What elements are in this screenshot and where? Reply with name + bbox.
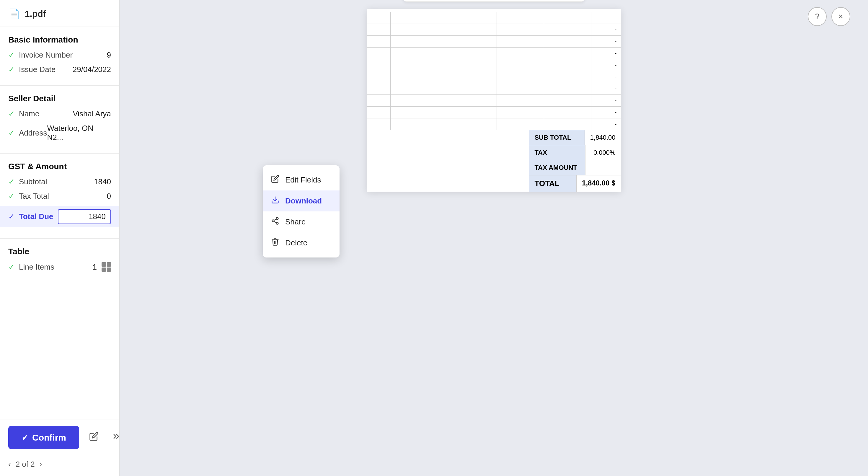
total-due-label: Total Due <box>19 212 54 221</box>
seller-name-check-icon: ✓ <box>8 109 15 118</box>
line-items-row: ✓ Line Items 1 <box>8 262 111 272</box>
left-panel: 📄 1.pdf Basic Information ✓ Invoice Numb… <box>0 0 120 476</box>
right-panel: – + 94% 1 / 1 - <box>120 0 868 476</box>
seller-address-label: Address <box>19 128 47 138</box>
subtotal-row: ✓ Subtotal 1840 <box>8 177 111 186</box>
tax-amount-value: - <box>585 160 621 175</box>
totals-area: SUB TOTAL 1,840.00 TAX 0.000% TAX AMOUNT… <box>367 130 621 191</box>
issue-date-check-icon: ✓ <box>8 65 15 74</box>
menu-item-edit-fields[interactable]: Edit Fields <box>263 170 340 190</box>
share-label: Share <box>285 217 306 227</box>
pdf-page: - - - <box>367 9 621 191</box>
menu-item-share[interactable]: Share <box>263 211 340 232</box>
subtotal-label: Subtotal <box>19 177 47 186</box>
next-page-icon[interactable]: › <box>39 460 42 469</box>
issue-date-label: Issue Date <box>19 65 56 74</box>
tax-total-label: Tax Total <box>19 191 49 201</box>
pdf-document: - - - <box>367 9 621 191</box>
total-row: TOTAL 1,840.00 $ <box>529 175 621 191</box>
total-value: 1,840.00 $ <box>577 175 621 191</box>
table-row: - <box>367 36 621 48</box>
table-section: Table ✓ Line Items 1 <box>0 239 119 283</box>
svg-line-11 <box>274 221 276 223</box>
sub-total-label: SUB TOTAL <box>529 130 585 145</box>
pagination: ‹ 2 of 2 › <box>0 455 119 476</box>
delete-label: Delete <box>285 238 307 247</box>
gst-amount-section: GST & Amount ✓ Subtotal 1840 ✓ Tax Total… <box>0 153 119 239</box>
file-title: 1.pdf <box>25 9 46 19</box>
tax-amount-row: TAX AMOUNT - <box>529 160 621 175</box>
download-label: Download <box>285 196 322 206</box>
sub-total-row: SUB TOTAL 1,840.00 <box>529 130 621 145</box>
close-button[interactable]: × <box>831 7 850 26</box>
table-row: - <box>367 24 621 36</box>
edit-fields-label: Edit Fields <box>285 175 321 184</box>
tax-value: 0.000% <box>585 145 621 160</box>
seller-address-row: ✓ Address Waterloo, ON N2... <box>8 124 111 142</box>
menu-item-delete[interactable]: Delete <box>263 232 340 254</box>
tax-label: TAX <box>529 145 585 160</box>
seller-name-label: Name <box>19 109 39 118</box>
gst-amount-title: GST & Amount <box>8 162 111 171</box>
total-due-check-icon: ✓ <box>8 212 15 221</box>
seller-name-value: Vishal Arya <box>73 109 111 118</box>
line-items-label: Line Items <box>19 263 54 272</box>
file-icon: 📄 <box>8 8 20 20</box>
grid-view-icon[interactable] <box>101 262 111 272</box>
table-row: - <box>367 12 621 24</box>
svg-line-12 <box>274 219 276 220</box>
menu-item-download[interactable]: Download <box>263 190 340 211</box>
edit-pen-button[interactable] <box>86 429 101 446</box>
tax-total-value: 0 <box>107 191 111 201</box>
invoice-number-label: Invoice Number <box>19 51 73 60</box>
download-icon <box>271 196 279 206</box>
edit-fields-icon <box>271 175 279 185</box>
line-items-count: 1 <box>93 263 97 272</box>
confirm-label: Confirm <box>32 433 66 443</box>
table-row: - <box>367 48 621 59</box>
table-row: - <box>367 95 621 107</box>
basic-info-title: Basic Information <box>8 35 111 44</box>
sub-total-value: 1,840.00 <box>585 130 621 145</box>
confirm-checkmark-icon: ✓ <box>21 432 29 443</box>
subtotal-value: 1840 <box>94 177 111 186</box>
totals-table: SUB TOTAL 1,840.00 TAX 0.000% TAX AMOUNT… <box>529 130 621 191</box>
top-right-buttons: ? × <box>808 7 850 26</box>
share-icon <box>271 217 279 227</box>
line-items-check-icon: ✓ <box>8 263 15 272</box>
tax-total-row: ✓ Tax Total 0 <box>8 191 111 201</box>
tax-amount-label: TAX AMOUNT <box>529 160 585 175</box>
prev-page-icon[interactable]: ‹ <box>8 460 11 469</box>
sections-container: Basic Information ✓ Invoice Number 9 ✓ I… <box>0 27 119 420</box>
tax-row: TAX 0.000% <box>529 145 621 160</box>
tax-total-check-icon: ✓ <box>8 191 15 201</box>
pdf-toolbar: – + 94% 1 / 1 - <box>403 0 584 2</box>
table-row: - <box>367 118 621 130</box>
bottom-bar-wrapper: ✓ Confirm ⋮ <box>0 420 119 476</box>
invoice-number-value: 9 <box>107 51 111 60</box>
table-row: - <box>367 107 621 118</box>
file-header: 📄 1.pdf <box>0 0 119 27</box>
seller-address-check-icon: ✓ <box>8 128 15 138</box>
seller-name-row: ✓ Name Vishal Arya <box>8 109 111 118</box>
total-label: TOTAL <box>529 175 577 191</box>
delete-icon <box>271 238 279 248</box>
bottom-bar: ✓ Confirm ⋮ <box>0 420 119 455</box>
table-row: - <box>367 71 621 83</box>
page-info: 2 of 2 <box>16 460 35 469</box>
table-row: - <box>367 59 621 71</box>
seller-detail-title: Seller Detail <box>8 94 111 103</box>
context-menu: Edit Fields Download <box>263 166 340 258</box>
total-due-input[interactable] <box>58 209 111 224</box>
total-due-row: ✓ Total Due <box>0 206 119 227</box>
basic-info-section: Basic Information ✓ Invoice Number 9 ✓ I… <box>0 27 119 86</box>
issue-date-row: ✓ Issue Date 29/04/2022 <box>8 65 111 74</box>
issue-date-value: 29/04/2022 <box>73 65 111 74</box>
subtotal-check-icon: ✓ <box>8 177 15 186</box>
confirm-button[interactable]: ✓ Confirm <box>8 426 79 449</box>
invoice-number-check-icon: ✓ <box>8 51 15 60</box>
table-section-title: Table <box>8 247 111 256</box>
table-row: - <box>367 83 621 95</box>
help-button[interactable]: ? <box>808 7 827 26</box>
seller-address-value: Waterloo, ON N2... <box>47 124 111 142</box>
